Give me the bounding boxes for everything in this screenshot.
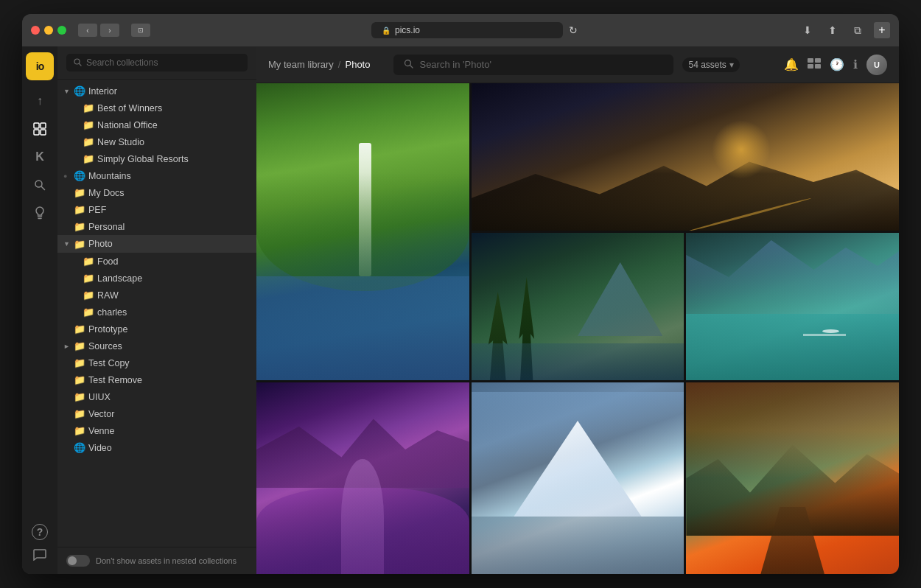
collections-sidebar: Search collections ▼ 🌐 Interior 📁 Best o… bbox=[57, 46, 256, 574]
app-layout: io ↑ K bbox=[22, 46, 899, 574]
folder-icon: 📁 bbox=[74, 187, 85, 198]
nav-collections[interactable] bbox=[26, 116, 54, 142]
photo-grid bbox=[256, 83, 899, 574]
tree-item-personal[interactable]: 📁 Personal bbox=[57, 218, 256, 235]
collections-icon bbox=[33, 122, 46, 136]
user-avatar[interactable]: U bbox=[866, 55, 887, 75]
svg-rect-2 bbox=[34, 130, 39, 135]
tree-item-label: Interior bbox=[88, 86, 251, 97]
nav-upload[interactable]: ↑ bbox=[26, 88, 54, 114]
photo-item-2[interactable] bbox=[472, 83, 899, 231]
tree-item-label: Test Remove bbox=[88, 375, 251, 385]
folder-icon: 📁 bbox=[83, 307, 94, 318]
tree-item-national-office[interactable]: 📁 National Office bbox=[57, 116, 256, 133]
tree-item-label: Video bbox=[88, 443, 251, 453]
logo-text: io bbox=[36, 60, 43, 72]
upload-action-icon[interactable]: ↑ bbox=[202, 238, 209, 250]
download-icon[interactable]: ⬇ bbox=[799, 21, 816, 39]
filter-icon[interactable]: ▾ bbox=[729, 60, 734, 70]
tree-item-label: RAW bbox=[97, 290, 251, 301]
tree-item-my-docs[interactable]: 📁 My Docs bbox=[57, 184, 256, 201]
tree-item-best-of-winners[interactable]: 📁 Best of Winners bbox=[57, 99, 256, 116]
tree-item-interior[interactable]: ▼ 🌐 Interior bbox=[57, 83, 256, 99]
folder-icon: 📁 bbox=[83, 153, 94, 164]
arrow-icon: ● bbox=[63, 172, 71, 180]
nested-toggle[interactable] bbox=[66, 555, 90, 567]
tree-item-label: Best of Winners bbox=[97, 103, 251, 113]
photo-item-7[interactable] bbox=[686, 382, 899, 574]
tree-item-label: Mountains bbox=[88, 171, 251, 181]
main-search-box[interactable]: Search in 'Photo' bbox=[393, 55, 673, 75]
folder-icon: 📁 bbox=[74, 340, 85, 351]
folder-icon: 📁 bbox=[83, 273, 94, 284]
footer-toggle-label: Don't show assets in nested collections bbox=[96, 556, 237, 565]
fullscreen-button[interactable] bbox=[57, 26, 66, 35]
duplicate-icon[interactable]: ⧉ bbox=[849, 21, 866, 39]
tree-item-charles[interactable]: 📁 charles bbox=[57, 304, 256, 321]
close-button[interactable] bbox=[31, 26, 40, 35]
tree-item-uiux[interactable]: 📁 UIUX bbox=[57, 388, 256, 405]
tree-item-photo[interactable]: ▼ 📁 Photo ↑ ⊕ ⊕ ⋮ bbox=[57, 235, 256, 253]
tree-item-food[interactable]: 📁 Food bbox=[57, 253, 256, 270]
search-main-placeholder: Search in 'Photo' bbox=[419, 59, 663, 70]
photo-item-4[interactable] bbox=[686, 233, 899, 380]
breadcrumb-parent[interactable]: My team library bbox=[268, 59, 334, 70]
new-tab-button[interactable]: + bbox=[874, 22, 890, 38]
nav-help[interactable]: ? bbox=[32, 524, 48, 540]
app-logo[interactable]: io bbox=[26, 52, 54, 80]
tree-item-new-studio[interactable]: 📁 New Studio bbox=[57, 133, 256, 150]
history-icon[interactable]: 🕐 bbox=[830, 57, 844, 71]
folder-icon: 📁 bbox=[74, 204, 85, 215]
tree-item-video[interactable]: 🌐 Video bbox=[57, 439, 256, 456]
reload-button[interactable]: ↻ bbox=[569, 24, 578, 36]
notification-icon[interactable]: 🔔 bbox=[784, 57, 799, 71]
nav-k[interactable]: K bbox=[26, 144, 54, 170]
nav-ideas[interactable] bbox=[26, 200, 54, 226]
tree-item-simply-global-resorts[interactable]: 📁 Simply Global Resorts bbox=[57, 150, 256, 167]
tree-item-label: Sources bbox=[88, 341, 251, 351]
folder-icon: 📁 bbox=[74, 391, 85, 402]
collections-tree: ▼ 🌐 Interior 📁 Best of Winners 📁 Nationa… bbox=[57, 80, 256, 547]
tree-item-test-remove[interactable]: 📁 Test Remove bbox=[57, 371, 256, 388]
tree-item-prototype[interactable]: 📁 Prototype bbox=[57, 321, 256, 337]
info-icon[interactable]: ℹ bbox=[853, 57, 858, 71]
svg-line-5 bbox=[41, 186, 45, 190]
folder-icon: 📁 bbox=[74, 408, 85, 419]
grid-view-icon[interactable] bbox=[808, 58, 821, 71]
nav-search[interactable] bbox=[26, 172, 54, 198]
tree-item-mountains[interactable]: ● 🌐 Mountains bbox=[57, 167, 256, 184]
tree-item-sources[interactable]: ► 📁 Sources bbox=[57, 337, 256, 354]
photo-item-1[interactable] bbox=[256, 83, 469, 380]
topbar-right: 🔔 🕐 ℹ U bbox=[784, 55, 887, 75]
tree-item-pef[interactable]: 📁 PEF bbox=[57, 201, 256, 218]
tree-item-label: Vector bbox=[88, 409, 251, 419]
forward-button[interactable]: › bbox=[100, 24, 119, 37]
tree-item-test-copy[interactable]: 📁 Test Copy bbox=[57, 354, 256, 371]
globe-action-icon[interactable]: ⊕ bbox=[225, 238, 236, 250]
folder-icon: 📁 bbox=[83, 290, 94, 301]
tree-item-raw[interactable]: 📁 RAW bbox=[57, 287, 256, 304]
tree-item-landscape[interactable]: 📁 Landscape bbox=[57, 270, 256, 287]
app-window: ‹ › ⊡ 🔒 pics.io ↻ ⬇ ⬆ ⧉ + io ↑ bbox=[22, 14, 899, 574]
minimize-button[interactable] bbox=[44, 26, 53, 35]
icon-sidebar-bottom: ? bbox=[26, 524, 54, 568]
photo-item-5[interactable] bbox=[256, 382, 469, 574]
more-action-icon[interactable]: ⋮ bbox=[239, 238, 251, 250]
nav-buttons: ‹ › bbox=[78, 24, 119, 37]
share-icon[interactable]: ⬆ bbox=[824, 21, 841, 39]
tree-item-vector[interactable]: 📁 Vector bbox=[57, 405, 256, 422]
collections-search-box[interactable]: Search collections bbox=[66, 54, 248, 71]
nav-chat[interactable] bbox=[26, 542, 54, 568]
tree-item-venne[interactable]: 📁 Venne bbox=[57, 422, 256, 439]
tree-item-label: Venne bbox=[88, 426, 251, 436]
svg-line-9 bbox=[79, 63, 81, 66]
svg-rect-12 bbox=[808, 58, 813, 63]
window-mode-button[interactable]: ⊡ bbox=[131, 24, 150, 37]
add-action-icon[interactable]: ⊕ bbox=[212, 238, 223, 250]
back-button[interactable]: ‹ bbox=[78, 24, 97, 37]
tree-item-label: National Office bbox=[97, 120, 251, 130]
tree-item-label: Landscape bbox=[97, 273, 251, 284]
photo-item-6[interactable] bbox=[472, 382, 684, 574]
url-bar[interactable]: 🔒 pics.io bbox=[371, 22, 563, 38]
photo-item-3[interactable] bbox=[472, 233, 684, 380]
